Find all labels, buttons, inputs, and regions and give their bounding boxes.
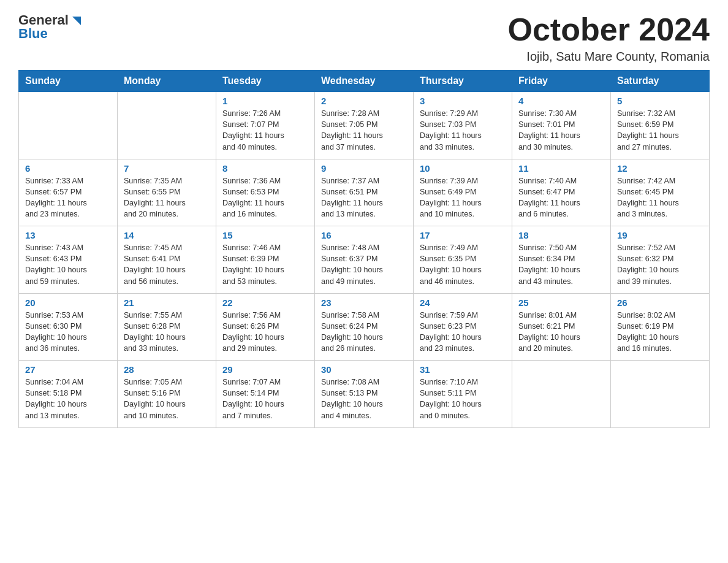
calendar-week-row: 20Sunrise: 7:53 AM Sunset: 6:30 PM Dayli… bbox=[19, 293, 710, 361]
day-number: 21 bbox=[124, 297, 210, 308]
calendar-day-cell: 2Sunrise: 7:28 AM Sunset: 7:05 PM Daylig… bbox=[315, 92, 414, 159]
day-number: 2 bbox=[321, 96, 407, 106]
day-info: Sunrise: 7:55 AM Sunset: 6:28 PM Dayligh… bbox=[124, 310, 210, 354]
day-number: 10 bbox=[420, 163, 506, 174]
day-number: 9 bbox=[321, 163, 407, 174]
calendar-day-cell: 3Sunrise: 7:29 AM Sunset: 7:03 PM Daylig… bbox=[414, 92, 512, 159]
day-number: 29 bbox=[222, 364, 308, 375]
day-info: Sunrise: 7:40 AM Sunset: 6:47 PM Dayligh… bbox=[518, 175, 604, 220]
calendar-day-cell bbox=[19, 92, 118, 159]
month-year-title: October 2024 bbox=[508, 12, 710, 47]
calendar-day-cell: 13Sunrise: 7:43 AM Sunset: 6:43 PM Dayli… bbox=[19, 226, 118, 294]
calendar-week-row: 27Sunrise: 7:04 AM Sunset: 5:18 PM Dayli… bbox=[19, 361, 710, 428]
calendar-day-cell: 30Sunrise: 7:08 AM Sunset: 5:13 PM Dayli… bbox=[315, 361, 414, 428]
calendar-day-cell: 27Sunrise: 7:04 AM Sunset: 5:18 PM Dayli… bbox=[19, 361, 118, 428]
logo: General Blue bbox=[18, 12, 83, 42]
day-number: 28 bbox=[124, 364, 210, 375]
day-number: 30 bbox=[321, 364, 407, 375]
logo-triangle-icon bbox=[70, 14, 83, 28]
calendar-day-cell: 14Sunrise: 7:45 AM Sunset: 6:41 PM Dayli… bbox=[118, 226, 216, 294]
calendar-header-row: SundayMondayTuesdayWednesdayThursdayFrid… bbox=[19, 71, 710, 92]
day-number: 11 bbox=[518, 163, 604, 174]
day-number: 22 bbox=[222, 297, 308, 308]
calendar-day-cell: 19Sunrise: 7:52 AM Sunset: 6:32 PM Dayli… bbox=[611, 226, 710, 294]
day-number: 3 bbox=[420, 96, 506, 106]
day-info: Sunrise: 7:29 AM Sunset: 7:03 PM Dayligh… bbox=[420, 108, 506, 153]
calendar-day-cell: 17Sunrise: 7:49 AM Sunset: 6:35 PM Dayli… bbox=[414, 226, 512, 294]
day-number: 17 bbox=[420, 230, 506, 240]
calendar-day-cell bbox=[118, 92, 216, 159]
day-number: 20 bbox=[25, 297, 111, 308]
day-info: Sunrise: 7:35 AM Sunset: 6:55 PM Dayligh… bbox=[124, 175, 210, 220]
day-info: Sunrise: 7:05 AM Sunset: 5:16 PM Dayligh… bbox=[124, 377, 210, 421]
title-block: October 2024 Iojib, Satu Mare County, Ro… bbox=[508, 12, 710, 64]
day-header-monday: Monday bbox=[118, 71, 216, 92]
calendar-day-cell: 21Sunrise: 7:55 AM Sunset: 6:28 PM Dayli… bbox=[118, 293, 216, 361]
day-info: Sunrise: 7:45 AM Sunset: 6:41 PM Dayligh… bbox=[124, 242, 210, 287]
calendar-day-cell: 5Sunrise: 7:32 AM Sunset: 6:59 PM Daylig… bbox=[611, 92, 710, 159]
day-info: Sunrise: 7:49 AM Sunset: 6:35 PM Dayligh… bbox=[420, 242, 506, 287]
day-number: 8 bbox=[222, 163, 308, 174]
day-number: 23 bbox=[321, 297, 407, 308]
calendar-day-cell: 25Sunrise: 8:01 AM Sunset: 6:21 PM Dayli… bbox=[512, 293, 611, 361]
day-header-thursday: Thursday bbox=[414, 71, 512, 92]
day-number: 26 bbox=[617, 297, 703, 308]
day-info: Sunrise: 7:43 AM Sunset: 6:43 PM Dayligh… bbox=[25, 242, 111, 287]
svg-marker-0 bbox=[72, 17, 81, 25]
day-info: Sunrise: 7:08 AM Sunset: 5:13 PM Dayligh… bbox=[321, 377, 407, 421]
calendar-day-cell: 31Sunrise: 7:10 AM Sunset: 5:11 PM Dayli… bbox=[414, 361, 512, 428]
day-info: Sunrise: 7:52 AM Sunset: 6:32 PM Dayligh… bbox=[617, 242, 703, 287]
day-header-tuesday: Tuesday bbox=[216, 71, 315, 92]
day-header-saturday: Saturday bbox=[611, 71, 710, 92]
day-info: Sunrise: 7:42 AM Sunset: 6:45 PM Dayligh… bbox=[617, 175, 703, 220]
day-number: 16 bbox=[321, 230, 407, 240]
calendar-day-cell: 16Sunrise: 7:48 AM Sunset: 6:37 PM Dayli… bbox=[315, 226, 414, 294]
calendar-day-cell: 10Sunrise: 7:39 AM Sunset: 6:49 PM Dayli… bbox=[414, 159, 512, 226]
calendar-week-row: 13Sunrise: 7:43 AM Sunset: 6:43 PM Dayli… bbox=[19, 226, 710, 294]
page-header: General Blue October 2024 Iojib, Satu Ma… bbox=[18, 12, 710, 64]
day-info: Sunrise: 8:01 AM Sunset: 6:21 PM Dayligh… bbox=[518, 310, 604, 354]
calendar-day-cell: 24Sunrise: 7:59 AM Sunset: 6:23 PM Dayli… bbox=[414, 293, 512, 361]
calendar-day-cell: 6Sunrise: 7:33 AM Sunset: 6:57 PM Daylig… bbox=[19, 159, 118, 226]
day-number: 25 bbox=[518, 297, 604, 308]
day-info: Sunrise: 7:36 AM Sunset: 6:53 PM Dayligh… bbox=[222, 175, 308, 220]
day-number: 31 bbox=[420, 364, 506, 375]
calendar-day-cell: 9Sunrise: 7:37 AM Sunset: 6:51 PM Daylig… bbox=[315, 159, 414, 226]
day-info: Sunrise: 7:39 AM Sunset: 6:49 PM Dayligh… bbox=[420, 175, 506, 220]
day-info: Sunrise: 7:26 AM Sunset: 7:07 PM Dayligh… bbox=[222, 108, 308, 153]
day-number: 12 bbox=[617, 163, 703, 174]
day-number: 18 bbox=[518, 230, 604, 240]
calendar-week-row: 6Sunrise: 7:33 AM Sunset: 6:57 PM Daylig… bbox=[19, 159, 710, 226]
day-info: Sunrise: 7:37 AM Sunset: 6:51 PM Dayligh… bbox=[321, 175, 407, 220]
calendar-day-cell: 26Sunrise: 8:02 AM Sunset: 6:19 PM Dayli… bbox=[611, 293, 710, 361]
day-info: Sunrise: 7:46 AM Sunset: 6:39 PM Dayligh… bbox=[222, 242, 308, 287]
day-info: Sunrise: 7:58 AM Sunset: 6:24 PM Dayligh… bbox=[321, 310, 407, 354]
calendar-day-cell: 12Sunrise: 7:42 AM Sunset: 6:45 PM Dayli… bbox=[611, 159, 710, 226]
calendar-day-cell: 7Sunrise: 7:35 AM Sunset: 6:55 PM Daylig… bbox=[118, 159, 216, 226]
day-info: Sunrise: 7:32 AM Sunset: 6:59 PM Dayligh… bbox=[617, 108, 703, 153]
day-info: Sunrise: 7:10 AM Sunset: 5:11 PM Dayligh… bbox=[420, 377, 506, 421]
day-info: Sunrise: 7:48 AM Sunset: 6:37 PM Dayligh… bbox=[321, 242, 407, 287]
location-subtitle: Iojib, Satu Mare County, Romania bbox=[508, 50, 710, 64]
calendar-day-cell: 18Sunrise: 7:50 AM Sunset: 6:34 PM Dayli… bbox=[512, 226, 611, 294]
day-number: 13 bbox=[25, 230, 111, 240]
calendar-week-row: 1Sunrise: 7:26 AM Sunset: 7:07 PM Daylig… bbox=[19, 92, 710, 159]
day-info: Sunrise: 7:30 AM Sunset: 7:01 PM Dayligh… bbox=[518, 108, 604, 153]
calendar-day-cell: 20Sunrise: 7:53 AM Sunset: 6:30 PM Dayli… bbox=[19, 293, 118, 361]
day-number: 1 bbox=[222, 96, 308, 106]
day-header-sunday: Sunday bbox=[19, 71, 118, 92]
day-number: 27 bbox=[25, 364, 111, 375]
day-number: 24 bbox=[420, 297, 506, 308]
calendar-day-cell: 1Sunrise: 7:26 AM Sunset: 7:07 PM Daylig… bbox=[216, 92, 315, 159]
day-info: Sunrise: 7:56 AM Sunset: 6:26 PM Dayligh… bbox=[222, 310, 308, 354]
calendar-day-cell: 29Sunrise: 7:07 AM Sunset: 5:14 PM Dayli… bbox=[216, 361, 315, 428]
day-number: 4 bbox=[518, 96, 604, 106]
day-info: Sunrise: 8:02 AM Sunset: 6:19 PM Dayligh… bbox=[617, 310, 703, 354]
day-header-friday: Friday bbox=[512, 71, 611, 92]
day-number: 5 bbox=[617, 96, 703, 106]
day-info: Sunrise: 7:59 AM Sunset: 6:23 PM Dayligh… bbox=[420, 310, 506, 354]
calendar-day-cell: 4Sunrise: 7:30 AM Sunset: 7:01 PM Daylig… bbox=[512, 92, 611, 159]
calendar-day-cell: 23Sunrise: 7:58 AM Sunset: 6:24 PM Dayli… bbox=[315, 293, 414, 361]
calendar-day-cell: 11Sunrise: 7:40 AM Sunset: 6:47 PM Dayli… bbox=[512, 159, 611, 226]
day-info: Sunrise: 7:33 AM Sunset: 6:57 PM Dayligh… bbox=[25, 175, 111, 220]
